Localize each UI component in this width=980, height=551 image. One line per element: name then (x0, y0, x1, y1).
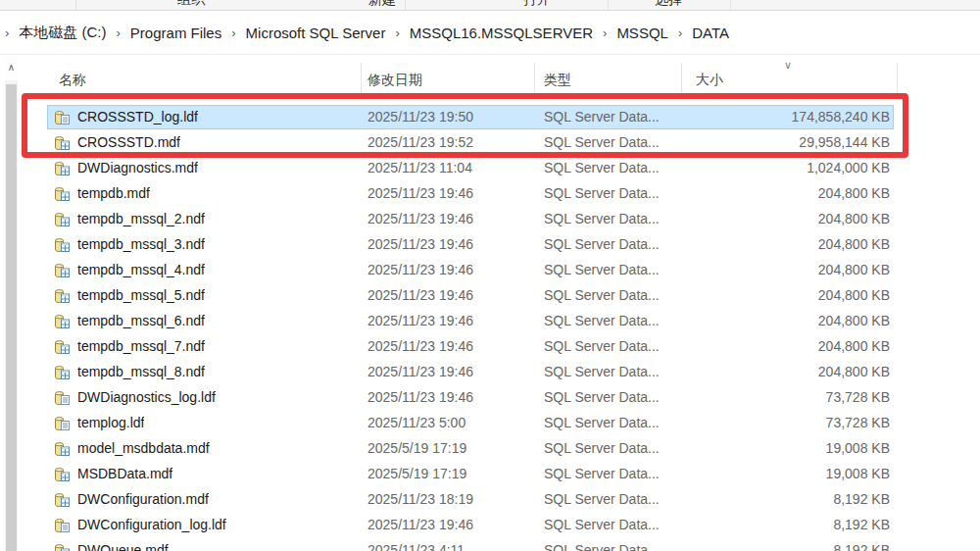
file-type: SQL Server Data... (544, 338, 660, 354)
file-row[interactable]: model_msdbdata.mdf 2025/5/19 17:19 SQL S… (0, 436, 980, 462)
column-divider[interactable] (361, 63, 362, 94)
file-name: tempdb_mssql_6.ndf (77, 313, 205, 328)
column-header-size[interactable]: 大小 (696, 72, 723, 89)
ribbon-group-divider (75, 0, 76, 10)
file-type: SQL Server Data... (544, 466, 660, 481)
file-list: CROSSSTD_log.ldf 2025/11/23 19:50 SQL Se… (0, 105, 980, 551)
file-name: tempdb_mssql_3.ndf (77, 236, 205, 252)
sql-data-file-icon (54, 467, 70, 482)
sql-data-file-icon (54, 237, 70, 253)
file-date-modified: 2025/11/23 18:19 (368, 491, 473, 507)
file-row[interactable]: tempdb_mssql_6.ndf 2025/11/23 19:46 SQL … (0, 309, 980, 334)
file-size: 1,024,000 KB (686, 160, 890, 175)
breadcrumb: › 本地磁盘 (C:) › Program Files › Microsoft … (0, 11, 980, 55)
file-size: 29,958,144 KB (686, 134, 890, 150)
file-row[interactable]: tempdb_mssql_7.ndf 2025/11/23 19:46 SQL … (0, 334, 980, 360)
breadcrumb-item-microsoft-sql-server[interactable]: Microsoft SQL Server (237, 25, 395, 41)
sql-data-file-icon (54, 314, 70, 329)
column-header-name[interactable]: 名称 (59, 72, 86, 89)
sql-data-file-icon (54, 441, 70, 457)
file-date-modified: 2025/11/23 19:46 (368, 313, 473, 328)
file-row[interactable]: MSDBData.mdf 2025/5/19 17:19 SQL Server … (0, 462, 980, 487)
file-type: SQL Server Data... (544, 313, 660, 328)
file-date-modified: 2025/11/23 11:04 (368, 160, 472, 175)
file-name: DWConfiguration_log.ldf (77, 517, 226, 532)
file-type: SQL Server Data... (544, 542, 660, 551)
file-row[interactable]: DWConfiguration_log.ldf 2025/11/23 19:46… (0, 513, 980, 538)
file-size: 174,858,240 KB (686, 109, 890, 125)
file-name: tempdb_mssql_5.ndf (77, 287, 205, 303)
file-size: 19,008 KB (686, 466, 890, 481)
file-row[interactable]: tempdb_mssql_3.ndf 2025/11/23 19:46 SQL … (0, 232, 980, 258)
column-divider[interactable] (534, 63, 535, 94)
column-header-date-modified[interactable]: 修改日期 (368, 72, 422, 89)
file-name: tempdb.mdf (77, 185, 150, 201)
file-date-modified: 2025/11/23 19:46 (368, 185, 473, 201)
file-row[interactable]: DWQueue.mdf 2025/11/23 4:11 SQL Server D… (0, 538, 980, 551)
file-date-modified: 2025/11/23 19:50 (368, 109, 473, 125)
ribbon-group-new: 新建 (368, 0, 396, 8)
file-date-modified: 2025/11/23 19:46 (368, 364, 473, 379)
file-size: 204,800 KB (686, 364, 890, 379)
file-name: CROSSSTD_log.ldf (77, 109, 198, 125)
sql-data-file-icon (54, 161, 70, 176)
file-name: DWConfiguration.mdf (77, 491, 209, 507)
sql-data-file-icon (54, 186, 70, 202)
file-row[interactable]: DWConfiguration.mdf 2025/11/23 18:19 SQL… (0, 487, 980, 513)
file-size: 73,728 KB (686, 389, 890, 405)
file-row[interactable]: templog.ldf 2025/11/23 5:00 SQL Server D… (0, 411, 980, 436)
sql-log-file-icon (54, 390, 70, 406)
file-date-modified: 2025/11/23 4:11 (368, 542, 465, 551)
file-size: 8,192 KB (686, 491, 890, 507)
ribbon-group-select: 选择 (655, 0, 682, 8)
column-divider[interactable] (897, 63, 898, 94)
file-date-modified: 2025/11/23 19:46 (368, 211, 473, 226)
file-type: SQL Server Data... (544, 364, 660, 379)
ribbon-group-divider (730, 0, 731, 10)
file-date-modified: 2025/5/19 17:19 (368, 466, 466, 481)
file-name: MSDBData.mdf (77, 466, 172, 481)
column-header-row: 名称 修改日期 类型 大小 ∨ (0, 59, 980, 96)
file-type: SQL Server Data... (544, 389, 660, 405)
breadcrumb-item-mssql[interactable]: MSSQL (608, 25, 677, 41)
sql-data-file-icon (54, 212, 70, 227)
file-type: SQL Server Data... (544, 287, 660, 303)
file-row[interactable]: DWDiagnostics_log.ldf 2025/11/23 19:46 S… (0, 385, 980, 411)
file-row[interactable]: tempdb_mssql_5.ndf 2025/11/23 19:46 SQL … (0, 283, 980, 309)
file-size: 8,192 KB (686, 542, 890, 551)
file-row[interactable]: DWDiagnostics.mdf 2025/11/23 11:04 SQL S… (0, 156, 980, 181)
file-size: 73,728 KB (686, 415, 890, 430)
file-row[interactable]: tempdb.mdf 2025/11/23 19:46 SQL Server D… (0, 181, 980, 207)
ribbon-group-open: 打开 (523, 0, 551, 8)
file-size: 19,008 KB (686, 440, 890, 456)
file-row[interactable]: CROSSSTD.mdf 2025/11/23 19:52 SQL Server… (0, 130, 980, 156)
file-name: DWDiagnostics.mdf (77, 160, 198, 175)
file-name: CROSSSTD.mdf (77, 134, 180, 150)
file-row[interactable]: tempdb_mssql_2.ndf 2025/11/23 19:46 SQL … (0, 207, 980, 232)
file-date-modified: 2025/11/23 19:46 (368, 338, 473, 354)
file-row[interactable]: tempdb_mssql_4.ndf 2025/11/23 19:46 SQL … (0, 258, 980, 283)
file-name: DWDiagnostics_log.ldf (77, 389, 216, 405)
file-size: 8,192 KB (686, 517, 890, 532)
file-size: 204,800 KB (686, 262, 890, 277)
breadcrumb-item-program-files[interactable]: Program Files (122, 25, 230, 41)
sql-log-file-icon (54, 110, 70, 125)
file-name: tempdb_mssql_4.ndf (77, 262, 205, 277)
sql-data-file-icon (54, 492, 70, 508)
file-type: SQL Server Data... (544, 491, 660, 507)
file-name: templog.ldf (77, 415, 144, 430)
breadcrumb-item-local-disk-c[interactable]: 本地磁盘 (C:) (10, 24, 115, 42)
file-date-modified: 2025/11/23 19:46 (368, 517, 473, 532)
breadcrumb-item-data[interactable]: DATA (683, 25, 738, 41)
file-date-modified: 2025/11/23 19:46 (368, 236, 473, 252)
file-type: SQL Server Data... (544, 134, 660, 150)
sort-direction-icon[interactable]: ∨ (784, 59, 792, 72)
file-type: SQL Server Data... (544, 211, 660, 226)
column-header-type[interactable]: 类型 (544, 72, 571, 89)
file-row[interactable]: tempdb_mssql_8.ndf 2025/11/23 19:46 SQL … (0, 360, 980, 385)
file-date-modified: 2025/11/23 19:46 (368, 389, 473, 405)
file-row[interactable]: CROSSSTD_log.ldf 2025/11/23 19:50 SQL Se… (0, 105, 980, 130)
column-divider[interactable] (681, 63, 682, 94)
file-size: 204,800 KB (686, 236, 890, 252)
breadcrumb-item-mssql16-mssqlserver[interactable]: MSSQL16.MSSQLSERVER (401, 25, 602, 41)
